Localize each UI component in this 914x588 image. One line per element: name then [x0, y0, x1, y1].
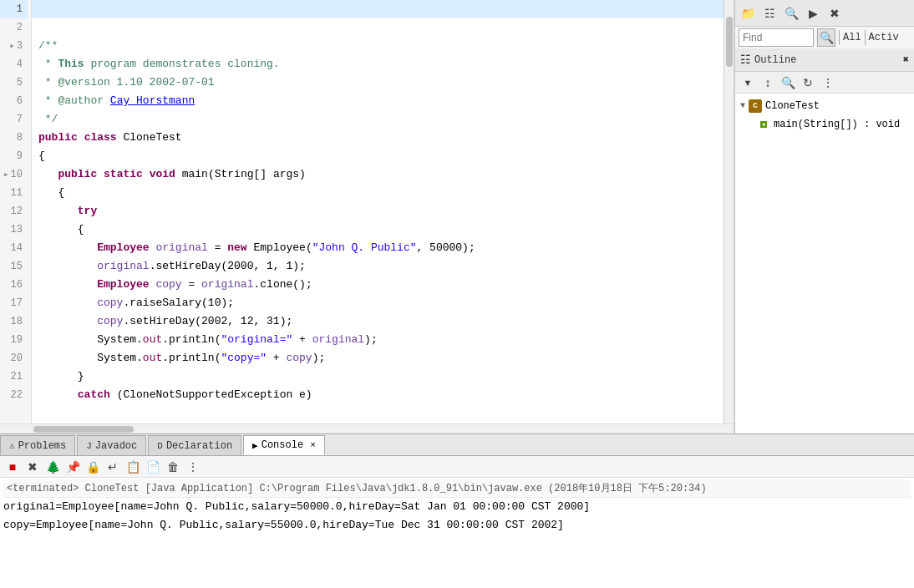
tab-problems[interactable]: ⚠Problems — [0, 435, 75, 455]
line-number-3: ▸3 — [0, 37, 28, 55]
toolbar-btn-3[interactable]: 🔍 — [782, 4, 800, 23]
scrollbar-thumb[interactable] — [726, 17, 733, 67]
find-bar: 🔍 All Activ — [735, 27, 914, 48]
vertical-scrollbar[interactable] — [724, 0, 734, 423]
console-content[interactable]: <terminated> CloneTest [Java Application… — [0, 478, 914, 588]
outline-btn-more[interactable]: ⋮ — [819, 74, 837, 92]
class-icon: C — [749, 99, 762, 113]
outline-toolbar: ▼ ↕ 🔍 ↻ ⋮ — [735, 72, 914, 94]
code-line-9[interactable]: { — [32, 147, 724, 165]
line-number-20: 20 — [0, 349, 28, 368]
console-btn-terminate[interactable]: ■ — [3, 458, 22, 476]
problems-tab-icon: ⚠ — [9, 440, 15, 451]
line-number-17: 17 — [0, 294, 28, 312]
console-btn-debug[interactable]: 🌲 — [43, 458, 62, 476]
tab-javadoc[interactable]: JJavadoc — [77, 435, 146, 455]
declaration-tab-icon: D — [157, 441, 163, 451]
line-number-8: 8 — [0, 129, 28, 147]
console-btn-scroll-lock[interactable]: 🔒 — [84, 458, 102, 476]
console-btn-paste[interactable]: 📄 — [144, 458, 162, 476]
code-line-16[interactable]: Employee copy = original.clone(); — [32, 276, 724, 294]
find-all-label[interactable]: All — [843, 32, 861, 43]
console-btn-close[interactable]: ✖ — [23, 458, 42, 476]
console-btn-more[interactable]: ⋮ — [184, 458, 202, 476]
outline-btn-sort[interactable]: ↕ — [759, 74, 777, 92]
console-toolbar: ■ ✖ 🌲 📌 🔒 ↵ 📋 📄 🗑 ⋮ — [0, 456, 914, 478]
console-btn-word-wrap[interactable]: ↵ — [104, 458, 122, 476]
code-line-17[interactable]: copy.raiseSalary(10); — [32, 294, 724, 312]
code-line-19[interactable]: System.out.println("original=" + origina… — [32, 331, 724, 349]
line-number-4: 4 — [0, 55, 28, 74]
outline-method-item[interactable]: ● main(String[]) : void — [759, 115, 911, 134]
code-line-18[interactable]: copy.setHireDay(2002, 12, 31); — [32, 312, 724, 331]
find-separator2 — [865, 30, 866, 45]
console-tab-label: Console — [262, 439, 303, 451]
code-line-8[interactable]: public class CloneTest — [32, 129, 724, 147]
expand-arrow: ▼ — [740, 98, 745, 114]
line-number-5: 5 — [0, 74, 28, 92]
outline-btn-filter[interactable]: 🔍 — [779, 74, 797, 92]
find-separator — [839, 30, 840, 45]
code-line-3[interactable]: /** — [32, 37, 724, 55]
h-scrollbar-thumb[interactable] — [33, 426, 134, 433]
line-number-7: 7 — [0, 110, 28, 129]
code-line-14[interactable]: Employee original = new Employee("John Q… — [32, 239, 724, 257]
console-output: original=Employee[name=John Q. Public,sa… — [3, 498, 911, 535]
bottom-panel: ⚠ProblemsJJavadocDDeclaration▶Console× ■… — [0, 433, 914, 588]
outline-title: Outline — [754, 54, 796, 66]
line-number-10: ▸10 — [0, 165, 28, 184]
code-line-6[interactable]: * @author Cay Horstmann — [32, 92, 724, 110]
line-number-19: 19 — [0, 331, 28, 349]
line-numbers: 12▸3456789▸10111213141516171819202122 — [0, 0, 32, 423]
find-search-btn[interactable]: 🔍 — [817, 28, 835, 47]
method-icon: ● — [760, 121, 767, 128]
code-line-13[interactable]: { — [32, 220, 724, 239]
horizontal-scrollbar[interactable] — [0, 423, 734, 433]
console-btn-copy[interactable]: 📋 — [124, 458, 142, 476]
tab-console[interactable]: ▶Console× — [243, 435, 325, 455]
code-line-1[interactable] — [32, 0, 724, 18]
javadoc-tab-label: Javadoc — [95, 440, 137, 452]
outline-content[interactable]: ▼ C CloneTest ● main(String[]) : void — [735, 94, 914, 433]
code-line-22[interactable]: catch (CloneNotSupportedException e) — [32, 386, 724, 404]
code-line-7[interactable]: */ — [32, 110, 724, 129]
outline-grid-icon: ☷ — [740, 53, 751, 67]
line-number-22: 22 — [0, 386, 28, 404]
toolbar-btn-2[interactable]: ☷ — [760, 4, 779, 23]
line-number-6: 6 — [0, 92, 28, 110]
code-line-20[interactable]: System.out.println("copy=" + copy); — [32, 349, 724, 368]
code-line-5[interactable]: * @version 1.10 2002-07-01 — [32, 74, 724, 92]
outline-class-item[interactable]: ▼ C CloneTest — [739, 97, 911, 115]
outline-method-name: main(String[]) : void — [774, 116, 900, 133]
code-line-11[interactable]: { — [32, 184, 724, 202]
line-number-21: 21 — [0, 368, 28, 386]
code-line-21[interactable]: } — [32, 368, 724, 386]
toolbar-btn-4[interactable]: ▶ — [804, 4, 822, 23]
toolbar-btn-1[interactable]: 📁 — [739, 4, 757, 23]
code-line-12[interactable]: try — [32, 202, 724, 220]
code-line-15[interactable]: original.setHireDay(2000, 1, 1); — [32, 257, 724, 276]
code-line-4[interactable]: * This program demonstrates cloning. — [32, 55, 724, 74]
code-line-2[interactable] — [32, 18, 724, 37]
console-btn-pin[interactable]: 📌 — [63, 458, 82, 476]
outline-btn-sync[interactable]: ↻ — [799, 74, 817, 92]
right-panel: 📁 ☷ 🔍 ▶ ✖ 🔍 All Activ ☷ Outline ✖ ▼ ↕ � — [734, 0, 914, 433]
problems-tab-label: Problems — [18, 440, 67, 452]
main-area: 12▸3456789▸10111213141516171819202122 /*… — [0, 0, 914, 433]
code-line-10[interactable]: public static void main(String[] args) — [32, 165, 724, 184]
code-container: 12▸3456789▸10111213141516171819202122 /*… — [0, 0, 734, 423]
outline-btn-collapse[interactable]: ▼ — [739, 74, 757, 92]
outline-header: ☷ Outline ✖ — [735, 48, 914, 72]
console-tab-close[interactable]: × — [310, 440, 316, 450]
code-area[interactable]: /** * This program demonstrates cloning.… — [32, 0, 724, 423]
outline-close-btn[interactable]: ✖ — [903, 53, 909, 66]
find-input[interactable] — [739, 28, 814, 47]
line-number-18: 18 — [0, 312, 28, 331]
tab-declaration[interactable]: DDeclaration — [148, 435, 241, 455]
line-number-12: 12 — [0, 202, 28, 220]
toolbar-btn-5[interactable]: ✖ — [825, 4, 844, 23]
console-btn-clear[interactable]: 🗑 — [164, 458, 182, 476]
console-tab-icon: ▶ — [252, 440, 258, 451]
outline-section: ☷ Outline ✖ ▼ ↕ 🔍 ↻ ⋮ ▼ C CloneTest ● — [735, 48, 914, 433]
find-active-label[interactable]: Activ — [869, 32, 899, 43]
